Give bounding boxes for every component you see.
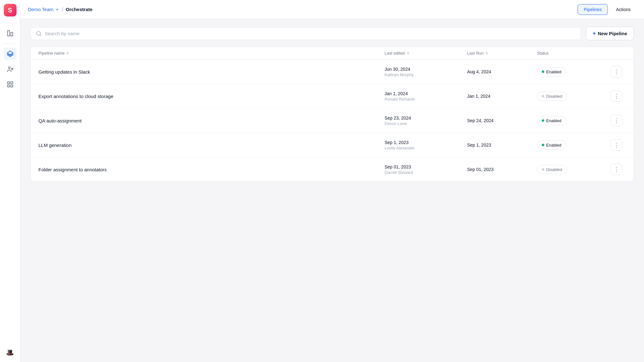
- table-row: Getting updates in Slack Jun 30, 2024 Ka…: [31, 60, 634, 84]
- col-header-pipeline-name[interactable]: Pipeline name: [38, 51, 385, 56]
- last-run-2: Sep 24, 2024: [467, 118, 537, 123]
- status-label-0: Enabled: [546, 69, 561, 74]
- edited-date-1: Jan 1, 2024: [385, 91, 467, 96]
- edited-cell-1: Jan 1, 2024 Ronald Richards: [385, 91, 467, 102]
- edited-user-3: Leslie Alexander: [385, 146, 467, 150]
- col-header-last-run[interactable]: Last Run: [467, 51, 537, 56]
- status-badge-2: Enabled: [537, 116, 566, 125]
- content-area: + New Pipeline Pipeline name Last edited…: [20, 19, 644, 362]
- status-label-3: Enabled: [546, 143, 561, 148]
- breadcrumb-team[interactable]: Demo Team: [28, 7, 59, 12]
- sidebar-divider-2: [4, 43, 17, 44]
- col-header-status: Status: [537, 51, 607, 56]
- edited-date-0: Jun 30, 2024: [385, 67, 467, 72]
- last-run-1: Jan 1, 2024: [467, 94, 537, 99]
- pipelines-table: Pipeline name Last edited Last Run Statu…: [30, 47, 634, 182]
- status-cell-4: Disabled: [537, 165, 607, 174]
- more-options-button-0[interactable]: ⋮: [611, 66, 622, 77]
- edited-cell-2: Sep 23, 2024 Devon Lane: [385, 115, 467, 126]
- svg-rect-1: [10, 32, 12, 36]
- sidebar-icon-grid[interactable]: [4, 78, 17, 91]
- status-dot-0: [542, 70, 544, 73]
- edited-user-2: Devon Lane: [385, 121, 467, 126]
- chevron-down-icon: [55, 7, 59, 12]
- table-row: QA auto-assignment Sep 23, 2024 Devon La…: [31, 109, 634, 133]
- sort-icon-pipeline-name: [66, 52, 69, 55]
- status-dot-4: [542, 168, 544, 171]
- sidebar-icon-dashboard[interactable]: [4, 27, 17, 40]
- header-actions: Pipelines Actions: [578, 4, 636, 15]
- sort-icon-last-run: [486, 52, 488, 55]
- table-header: Pipeline name Last edited Last Run Statu…: [31, 47, 634, 60]
- sidebar-divider: [4, 23, 17, 23]
- edited-date-4: Sep 01, 2023: [385, 164, 467, 169]
- status-dot-3: [542, 144, 544, 146]
- status-cell-3: Enabled: [537, 141, 607, 150]
- pipelines-button[interactable]: Pipelines: [578, 4, 608, 15]
- col-header-last-edited[interactable]: Last edited: [385, 51, 467, 56]
- more-btn-cell-4: ⋮: [607, 164, 626, 175]
- sort-icon-last-edited: [407, 52, 409, 55]
- breadcrumb: Demo Team / Orchestrate: [28, 7, 92, 12]
- edited-cell-4: Sep 01, 2023 Darrell Steward: [385, 164, 467, 175]
- status-cell-1: Disabled: [537, 92, 607, 101]
- main-content: Demo Team / Orchestrate Pipelines Action…: [20, 0, 644, 362]
- last-run-3: Sep 1, 2023: [467, 142, 537, 148]
- more-options-button-3[interactable]: ⋮: [611, 139, 622, 151]
- table-row: LLM generation Sep 1, 2023 Leslie Alexan…: [31, 133, 634, 157]
- breadcrumb-current-page: Orchestrate: [66, 7, 92, 12]
- more-options-button-4[interactable]: ⋮: [611, 164, 622, 175]
- header: Demo Team / Orchestrate Pipelines Action…: [20, 0, 644, 19]
- more-options-button-2[interactable]: ⋮: [611, 115, 622, 126]
- sidebar-bottom: 🎩: [4, 347, 16, 358]
- user-avatar[interactable]: 🎩: [4, 347, 16, 358]
- breadcrumb-separator: /: [62, 7, 63, 12]
- svg-rect-5: [7, 82, 9, 84]
- sidebar-icon-team-settings[interactable]: [4, 63, 17, 76]
- app-logo[interactable]: S: [4, 4, 17, 16]
- edited-user-0: Kathryn Murphy: [385, 72, 467, 77]
- search-toolbar-row: + New Pipeline: [30, 27, 634, 40]
- status-dot-2: [542, 119, 544, 122]
- status-badge-3: Enabled: [537, 141, 566, 150]
- edited-cell-3: Sep 1, 2023 Leslie Alexander: [385, 140, 467, 150]
- search-input[interactable]: [45, 31, 575, 36]
- pipeline-name-2[interactable]: QA auto-assignment: [38, 118, 385, 123]
- status-dot-1: [542, 95, 544, 97]
- svg-rect-6: [10, 82, 12, 84]
- edited-user-4: Darrell Steward: [385, 170, 467, 175]
- sidebar-icon-pipelines[interactable]: [4, 48, 17, 60]
- table-row: Folder assignment to annotators Sep 01, …: [31, 157, 634, 181]
- table-row: Export annotations to cloud storage Jan …: [31, 84, 634, 109]
- search-bar: [30, 27, 581, 40]
- pipeline-name-3[interactable]: LLM generation: [38, 142, 385, 148]
- svg-point-3: [8, 67, 10, 69]
- edited-user-1: Ronald Richards: [385, 97, 467, 102]
- svg-line-10: [40, 35, 41, 36]
- edited-date-3: Sep 1, 2023: [385, 140, 467, 145]
- status-badge-0: Enabled: [537, 67, 566, 76]
- new-pipeline-button[interactable]: + New Pipeline: [586, 27, 634, 40]
- last-run-0: Aug 4, 2024: [467, 69, 537, 74]
- status-label-4: Disabled: [546, 167, 562, 172]
- status-label-1: Disabled: [546, 94, 562, 99]
- more-btn-cell-3: ⋮: [607, 139, 626, 151]
- edited-date-2: Sep 23, 2024: [385, 115, 467, 121]
- svg-rect-0: [7, 31, 9, 36]
- more-options-button-1[interactable]: ⋮: [611, 90, 622, 102]
- col-header-actions: [607, 51, 626, 56]
- actions-button[interactable]: Actions: [610, 4, 636, 15]
- more-btn-cell-2: ⋮: [607, 115, 626, 126]
- status-cell-2: Enabled: [537, 116, 607, 125]
- status-badge-1: Disabled: [537, 92, 567, 101]
- more-btn-cell-1: ⋮: [607, 90, 626, 102]
- status-badge-4: Disabled: [537, 165, 567, 174]
- search-icon: [36, 31, 42, 36]
- pipeline-name-4[interactable]: Folder assignment to annotators: [38, 167, 385, 172]
- table-body: Getting updates in Slack Jun 30, 2024 Ka…: [31, 60, 634, 181]
- pipeline-name-1[interactable]: Export annotations to cloud storage: [38, 94, 385, 99]
- plus-icon: +: [593, 30, 596, 37]
- svg-rect-8: [10, 85, 12, 87]
- edited-cell-0: Jun 30, 2024 Kathryn Murphy: [385, 67, 467, 77]
- pipeline-name-0[interactable]: Getting updates in Slack: [38, 69, 385, 75]
